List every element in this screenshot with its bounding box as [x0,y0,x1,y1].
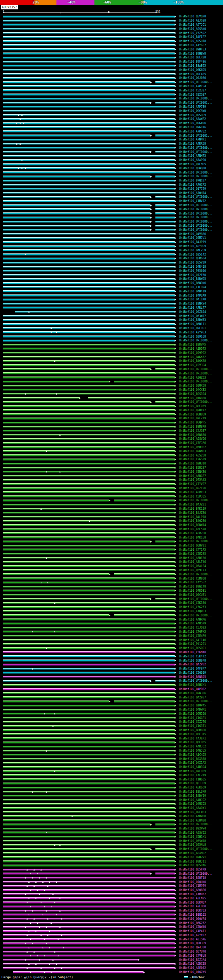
hit-label[interactable]: UniRef100_B5C3T5 [179,733,206,736]
alignment-row[interactable]: UniRef100_Q6CB55 [0,740,223,745]
hit-label[interactable]: UniRef100_UPI0000... [179,81,213,84]
hit-label[interactable]: UniRef100_B9XPW4 [179,827,206,830]
alignment-row[interactable]: UniRef100_A5DCZ8 [0,962,223,966]
alignment-row[interactable]: UniRef100_A1YGF7 [0,43,223,48]
hit-label[interactable]: UniRef100_A8PYG3 [179,491,206,494]
hit-label[interactable]: UniRef100_Q6Z6J4 [179,310,206,313]
alignment-row[interactable]: UniRef100_UPI0001... [0,134,223,138]
hit-label[interactable]: UniRef100_A5E578 [179,528,206,531]
alignment-row[interactable]: UniRef100_A7QH74 [0,191,223,195]
hit-label[interactable]: UniRef100_B3L3K9 [179,790,206,793]
hit-label[interactable]: UniRef100_A5DE86 [179,557,206,560]
hit-label[interactable]: UniRef100_P41291 [179,643,206,646]
alignment-row[interactable]: UniRef100_Q59173 [0,568,223,573]
hit-label[interactable]: UniRef100_Q8SR46 [179,864,206,867]
alignment-row[interactable]: UniRef100_Q55FR9 [0,868,223,872]
hit-label[interactable]: UniRef100_B4KK62 [179,356,206,359]
hit-label[interactable]: UniRef100_A0JGS8 [179,19,206,22]
hit-label[interactable]: UniRef100_B0E162 [179,913,206,916]
alignment-row[interactable]: UniRef100_C2GSJ9 [0,458,223,462]
alignment-row[interactable]: UniRef100_UPI0000... [0,212,223,216]
hit-label[interactable]: UniRef100_Q6CUE1 [179,593,206,597]
hit-label[interactable]: UniRef100_B4LP78 [179,515,206,519]
hit-label[interactable]: UniRef100_B9FWB3 [179,811,206,814]
hit-label[interactable]: UniRef100_B4IEK8 [179,298,206,301]
alignment-row[interactable]: UniRef100_A7NH73 [0,154,223,158]
alignment-row[interactable]: UniRef100_C1H655 [0,777,223,781]
hit-label[interactable]: UniRef100_A9SAN0 [179,27,206,30]
alignment-row[interactable]: UniRef100_A2Y963 [0,330,223,334]
alignment-row[interactable]: UniRef100_UPI0000... [0,700,223,704]
hit-label[interactable]: UniRef100_B9WW14 [179,523,206,527]
hit-label[interactable]: UniRef100_Q5KM67 [179,901,206,904]
hit-label[interactable]: UniRef100_UPI0001... [179,134,213,137]
alignment-row[interactable]: UniRef100_C5E4R9 [0,634,223,638]
alignment-row[interactable]: UniRef100_A6SVD6 [0,437,223,441]
hit-label[interactable]: UniRef100_Q55FR9 [179,868,206,871]
alignment-row[interactable]: UniRef100_A4RJC2 [0,745,223,749]
alignment-row[interactable]: UniRef100_C7GFK5 [0,630,223,634]
alignment-row[interactable]: UniRef100_C4P411 [0,929,223,934]
hit-label[interactable]: UniRef100_A7P7E2 [179,130,206,133]
hit-label[interactable]: UniRef100_A2EH68 [179,905,206,908]
hit-label[interactable]: UniRef100_B4JZB0 [179,511,206,514]
hit-label[interactable]: UniRef100_Q2UX58 [179,384,206,387]
hit-label[interactable]: UniRef100_UPI0000... [179,220,213,223]
alignment-row[interactable]: UniRef100_C7YV97 [0,482,223,486]
alignment-row[interactable]: UniRef100_B6R171 [0,322,223,326]
hit-label[interactable]: UniRef100_B9S394 [179,393,206,396]
alignment-row[interactable]: UniRef100_Q4F8F7 [0,667,223,671]
alignment-row[interactable]: UniRef100_Q4X1A2 [0,761,223,765]
hit-label[interactable]: UniRef100_UPI0000... [179,204,213,207]
alignment-row[interactable]: UniRef100_Q4PDR2 [0,687,223,692]
hit-label[interactable]: UniRef100_A4RWD0 [179,815,206,818]
hit-label[interactable]: UniRef100_C5X327 [179,89,206,92]
alignment-row[interactable]: UniRef100_UPI0000... [0,371,223,375]
alignment-row[interactable]: UniRef100_A3LN25 [0,896,223,900]
hit-label[interactable]: UniRef100_C4YSS2 [179,581,206,584]
hit-label[interactable]: UniRef100_B4Q2B0 [179,519,206,522]
hit-label[interactable]: UniRef100_Q0U3E9 [179,942,206,945]
hit-label[interactable]: UniRef100_Q81JH9 [179,782,206,785]
hit-label[interactable]: UniRef100_Q17759 [179,188,206,191]
alignment-row[interactable]: UniRef100_B8NB25 [0,675,223,679]
alignment-row[interactable]: UniRef100_Q55NL8 [0,843,223,847]
hit-label[interactable]: UniRef100_A3LT46 [179,560,206,563]
hit-label[interactable]: UniRef100_Q55NL8 [179,843,206,846]
alignment-row[interactable]: UniRef100_Q2UX58 [0,384,223,388]
alignment-row[interactable]: UniRef100_B9GW26 [0,121,223,126]
hit-label[interactable]: UniRef100_Q8LRZ8 [179,56,206,59]
alignment-row[interactable]: UniRef100_B9GEK6 [0,126,223,130]
hit-label[interactable]: UniRef100_Q4ZVB2 [179,663,206,666]
alignment-row[interactable]: UniRef100_A6P7U8 [0,531,223,535]
hit-label[interactable]: UniRef100_UPI0000... [179,823,213,826]
alignment-row[interactable]: UniRef100_Q75A43 [0,478,223,482]
hit-label[interactable]: UniRef100_B6K763 [179,909,206,912]
alignment-row[interactable]: UniRef100_A3LT46 [0,560,223,564]
hit-label[interactable]: UniRef100_B9HEW8 [179,52,206,55]
hit-label[interactable]: UniRef100_A5DCZ8 [179,962,206,966]
alignment-row[interactable]: UniRef100_A9TJC1 [0,23,223,27]
hit-label[interactable]: UniRef100_Q16ZK5 [179,970,206,974]
hit-label[interactable]: UniRef100_C5KM40 [179,651,206,654]
alignment-row[interactable]: UniRef100_Q4CXS2 [0,388,223,392]
alignment-row[interactable]: UniRef100_A2QZ53 [0,375,223,380]
alignment-row[interactable]: UniRef100_B2W306 [0,691,223,695]
alignment-row[interactable]: UniRef100_B7QCB7 [0,179,223,183]
alignment-row[interactable]: UniRef100_A4RWD0 [0,814,223,818]
alignment-row[interactable]: UniRef100_B7FR39 [0,769,223,773]
hit-label[interactable]: UniRef100_B4JZB1 [179,503,206,506]
alignment-row[interactable]: UniRef100_UPI0000... [0,228,223,232]
alignment-row[interactable]: UniRef100_A8ISK6 [0,937,223,942]
alignment-row[interactable]: UniRef100_Q2H3I0 [0,462,223,466]
alignment-row[interactable]: UniRef100_Q7RDE1 [0,589,223,593]
hit-label[interactable]: UniRef100_C5E2B5 [179,552,206,555]
alignment-row[interactable]: UniRef100_C5JDB3 [0,626,223,630]
hit-label[interactable]: UniRef100_UPI0000... [179,573,213,576]
hit-label[interactable]: UniRef100_Q6BVB1 [179,544,206,547]
alignment-row[interactable]: UniRef100_B9SQL9 [0,113,223,117]
hit-label[interactable]: UniRef100_Q5VQ78 [179,15,206,18]
alignment-row[interactable]: UniRef100_C5X327 [0,88,223,92]
hit-label[interactable]: UniRef100_C1GGP1 [179,716,206,720]
alignment-row[interactable]: UniRef100_B0XRZ8 [0,757,223,761]
